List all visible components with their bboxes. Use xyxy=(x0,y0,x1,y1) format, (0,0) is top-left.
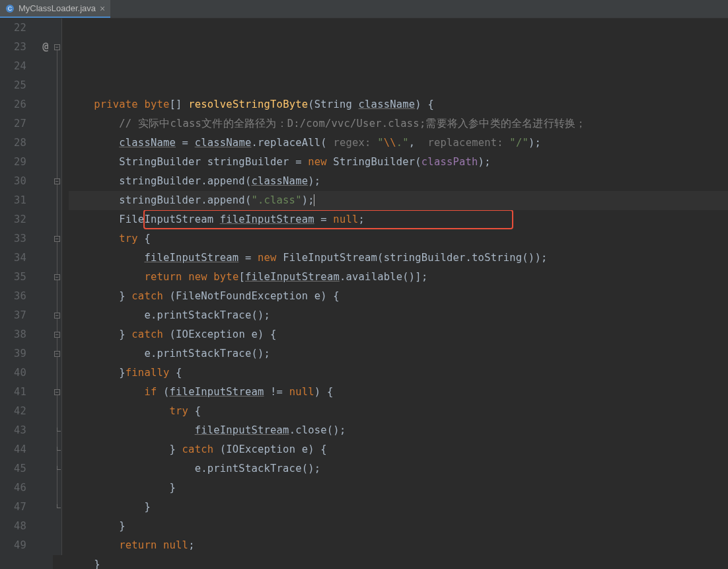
code-line[interactable]: } xyxy=(69,555,728,569)
close-icon[interactable]: × xyxy=(100,3,105,14)
fold-toggle[interactable]: − xyxy=(54,274,60,280)
code-line[interactable]: return new byte[fileInputStream.availabl… xyxy=(69,268,728,287)
line-number[interactable]: 37 xyxy=(4,306,26,325)
code-line[interactable]: e.printStackTrace(); xyxy=(69,344,728,363)
code-line[interactable]: className = className.replaceAll( regex:… xyxy=(69,133,728,153)
fold-toggle[interactable]: − xyxy=(54,178,60,184)
fold-toggle[interactable] xyxy=(57,466,61,470)
line-number[interactable]: 42 xyxy=(4,402,26,421)
fold-toggle[interactable]: − xyxy=(54,313,60,319)
code-line[interactable]: }finally { xyxy=(69,363,728,383)
fold-toggle[interactable] xyxy=(57,504,61,508)
line-number[interactable]: 47 xyxy=(4,498,26,517)
line-number[interactable]: 38 xyxy=(4,325,26,344)
code-line[interactable]: stringBuilder.append(".class"); xyxy=(69,191,728,210)
annotation-gutter: @ xyxy=(38,19,53,569)
code-line[interactable]: fileInputStream = new FileInputStream(st… xyxy=(69,248,728,268)
code-line[interactable]: return null; xyxy=(69,536,728,555)
code-line[interactable]: try { xyxy=(69,402,728,421)
line-number[interactable]: 44 xyxy=(4,440,26,459)
code-line[interactable]: e.printStackTrace(); xyxy=(69,459,728,478)
line-number[interactable]: 33 xyxy=(4,229,26,248)
line-number[interactable]: 45 xyxy=(4,459,26,478)
file-tab[interactable]: C MyClassLoader.java × xyxy=(0,0,110,18)
fold-gutter[interactable]: −−−−−−−− xyxy=(53,19,62,555)
line-number[interactable]: 29 xyxy=(4,153,26,172)
line-number[interactable]: 28 xyxy=(4,133,26,153)
code-line[interactable]: try { xyxy=(69,229,728,248)
line-number[interactable]: 30 xyxy=(4,172,26,191)
line-number[interactable]: 32 xyxy=(4,210,26,229)
line-number[interactable]: 24 xyxy=(4,57,26,76)
line-number-gutter[interactable]: 2223242526272829303132333435363738394041… xyxy=(0,19,38,569)
code-line[interactable]: private byte[] resolveStringToByte(Strin… xyxy=(69,95,728,114)
line-number[interactable]: 22 xyxy=(4,19,26,38)
line-number[interactable]: 26 xyxy=(4,95,26,114)
fold-toggle[interactable]: − xyxy=(54,389,60,395)
line-number[interactable]: 25 xyxy=(4,76,26,95)
fold-toggle[interactable] xyxy=(57,447,61,451)
code-area[interactable]: private byte[] resolveStringToByte(Strin… xyxy=(62,19,728,569)
code-line[interactable]: fileInputStream.close(); xyxy=(69,421,728,440)
code-line[interactable]: // 实际中class文件的全路径为：D:/com/vvc/User.class… xyxy=(69,114,728,133)
code-line[interactable]: } catch (FileNotFoundException e) { xyxy=(69,287,728,306)
line-number[interactable]: 23 xyxy=(4,38,26,57)
fold-toggle[interactable]: − xyxy=(54,236,60,242)
line-number[interactable]: 48 xyxy=(4,517,26,536)
code-line[interactable]: StringBuilder stringBuilder = new String… xyxy=(69,153,728,172)
override-icon: @ xyxy=(38,38,53,57)
code-line[interactable]: FileInputStream fileInputStream = null; xyxy=(69,210,728,229)
tab-label: MyClassLoader.java xyxy=(18,3,96,13)
line-number[interactable]: 35 xyxy=(4,268,26,287)
tab-bar: C MyClassLoader.java × xyxy=(0,0,728,19)
line-number[interactable]: 46 xyxy=(4,478,26,498)
line-number[interactable]: 40 xyxy=(4,363,26,383)
code-line[interactable]: if (fileInputStream != null) { xyxy=(69,383,728,402)
fold-toggle[interactable]: − xyxy=(54,332,60,338)
line-number[interactable]: 39 xyxy=(4,344,26,363)
code-line[interactable]: } xyxy=(69,517,728,536)
line-number[interactable]: 43 xyxy=(4,421,26,440)
line-number[interactable]: 31 xyxy=(4,191,26,210)
fold-toggle[interactable]: − xyxy=(54,351,60,357)
line-number[interactable]: 34 xyxy=(4,248,26,268)
code-editor[interactable]: 2223242526272829303132333435363738394041… xyxy=(0,19,728,569)
code-line[interactable]: e.printStackTrace(); xyxy=(69,306,728,325)
code-line[interactable]: } catch (IOException e) { xyxy=(69,440,728,459)
class-icon: C xyxy=(5,4,15,13)
code-line[interactable]: } xyxy=(69,478,728,498)
line-number[interactable]: 41 xyxy=(4,383,26,402)
code-line[interactable] xyxy=(69,76,728,95)
code-line[interactable]: stringBuilder.append(className); xyxy=(69,172,728,191)
line-number[interactable]: 27 xyxy=(4,114,26,133)
line-number[interactable]: 49 xyxy=(4,536,26,555)
fold-toggle[interactable]: − xyxy=(54,44,60,50)
fold-toggle[interactable] xyxy=(57,428,61,432)
code-line[interactable]: } catch (IOException e) { xyxy=(69,325,728,344)
line-number[interactable]: 36 xyxy=(4,287,26,306)
svg-text:C: C xyxy=(8,5,13,12)
code-line[interactable]: } xyxy=(69,498,728,517)
